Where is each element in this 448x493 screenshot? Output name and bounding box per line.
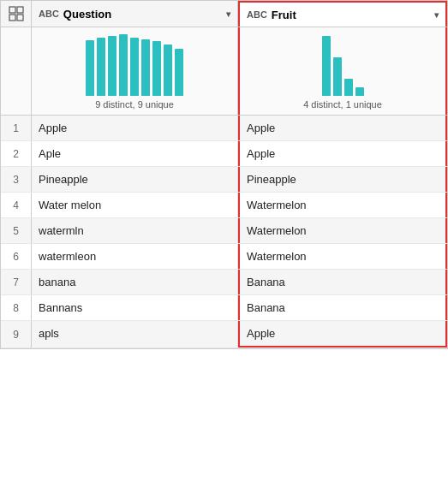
fruit-bar-chart	[322, 36, 364, 96]
fruit-bar-3	[344, 79, 353, 96]
chart-row: 9 distinct, 9 unique 4 distinct, 1 uniqu…	[1, 27, 447, 116]
question-bar-chart	[86, 36, 183, 96]
fruit-cell-4: Watermelon	[238, 193, 447, 217]
table-row: 7 banana Banana	[1, 270, 447, 295]
bar-9	[175, 49, 183, 96]
bar-2	[97, 38, 105, 96]
chart-row-num	[1, 27, 32, 115]
question-column-header[interactable]: ABC Question ▾	[32, 1, 238, 27]
bar-4	[119, 34, 128, 96]
table-row: 8 Bannans Banana	[1, 295, 447, 321]
bar-8	[164, 45, 172, 96]
row-num-6: 6	[1, 244, 32, 269]
fruit-cell-3: Pineapple	[238, 167, 447, 192]
row-num-1: 1	[1, 116, 32, 140]
svg-rect-1	[17, 7, 23, 13]
table-row: 1 Apple Apple	[1, 116, 447, 141]
question-type-icon: ABC	[39, 9, 59, 19]
question-cell-1: Apple	[32, 116, 238, 140]
row-num-2: 2	[1, 141, 32, 166]
question-cell-2: Aple	[32, 141, 238, 166]
row-num-7: 7	[1, 270, 32, 294]
bar-7	[152, 41, 161, 96]
question-cell-7: banana	[32, 270, 238, 294]
question-cell-4: Water melon	[32, 193, 238, 217]
grid-icon-cell	[1, 1, 32, 27]
svg-rect-0	[9, 7, 15, 13]
fruit-bar-1	[322, 36, 331, 96]
fruit-dropdown-icon[interactable]: ▾	[434, 10, 439, 20]
table-row: 3 Pineapple Pineapple	[1, 167, 447, 193]
fruit-chart-cell: 4 distinct, 1 unique	[238, 27, 447, 115]
question-chart-cell: 9 distinct, 9 unique	[32, 27, 238, 115]
row-num-4: 4	[1, 193, 32, 217]
grid-icon	[9, 6, 24, 21]
fruit-type-icon: ABC	[247, 9, 267, 20]
question-chart-label: 9 distinct, 9 unique	[95, 99, 174, 110]
data-table: ABC Question ▾ ABC Fruit ▾ 9 disti	[0, 0, 448, 349]
fruit-cell-8: Banana	[238, 295, 447, 320]
fruit-cell-7: Banana	[238, 270, 447, 294]
bar-1	[86, 40, 94, 96]
table-row: 5 watermln Watermelon	[1, 218, 447, 244]
table-row: 4 Water melon Watermelon	[1, 193, 447, 218]
row-num-8: 8	[1, 295, 32, 320]
table-row: 2 Aple Apple	[1, 141, 447, 167]
header-row: ABC Question ▾ ABC Fruit ▾	[1, 1, 447, 27]
fruit-bar-4	[355, 87, 364, 96]
question-header-label: Question	[63, 8, 222, 21]
question-cell-5: watermln	[32, 218, 238, 243]
fruit-bar-2	[333, 57, 342, 96]
row-num-3: 3	[1, 167, 32, 192]
question-cell-8: Bannans	[32, 295, 238, 320]
fruit-cell-9: Apple	[238, 321, 447, 347]
bar-5	[130, 38, 139, 96]
fruit-cell-1: Apple	[238, 116, 447, 140]
bar-6	[141, 39, 150, 96]
question-cell-3: Pineapple	[32, 167, 238, 192]
question-cell-6: watermleon	[32, 244, 238, 269]
table-row: 6 watermleon Watermelon	[1, 244, 447, 270]
question-cell-9: apls	[32, 321, 238, 347]
question-dropdown-icon[interactable]: ▾	[226, 9, 230, 19]
fruit-header-label: Fruit	[272, 9, 430, 21]
row-num-9: 9	[1, 321, 32, 347]
fruit-cell-5: Watermelon	[238, 218, 447, 243]
fruit-column-header[interactable]: ABC Fruit ▾	[238, 1, 447, 27]
fruit-cell-6: Watermelon	[238, 244, 447, 269]
fruit-chart-label: 4 distinct, 1 unique	[303, 99, 382, 110]
svg-rect-3	[17, 15, 23, 21]
table-row: 9 apls Apple	[1, 321, 447, 348]
bar-3	[108, 36, 116, 96]
row-num-5: 5	[1, 218, 32, 243]
fruit-cell-2: Apple	[238, 141, 447, 166]
svg-rect-2	[9, 15, 15, 21]
